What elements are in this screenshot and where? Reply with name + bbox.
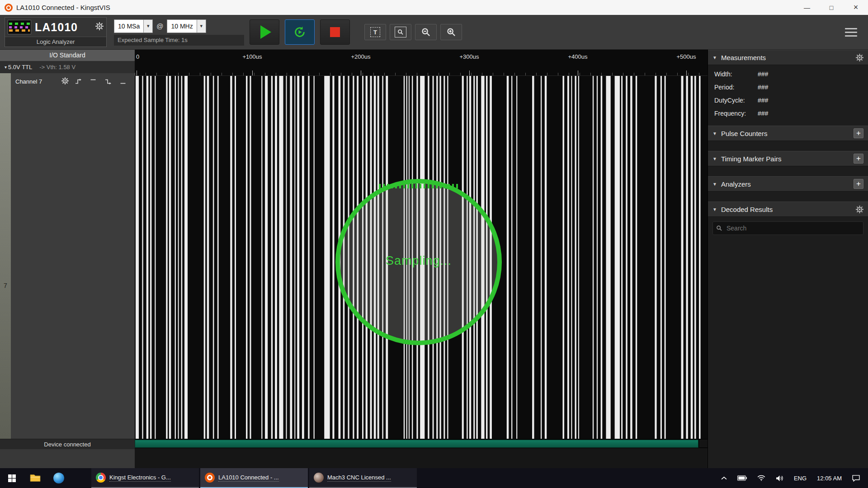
stop-icon [330, 27, 340, 37]
rising-edge-trigger-button[interactable] [73, 77, 84, 86]
device-settings-button[interactable] [95, 22, 104, 32]
zoom-out-button[interactable] [415, 24, 437, 40]
ruler-tick [686, 70, 687, 75]
action-center-icon[interactable] [852, 475, 860, 482]
panel-bottom-filler [0, 449, 135, 468]
section-spacer [708, 192, 868, 202]
device-badge[interactable]: LA1010 Logic Analyzer [5, 17, 107, 47]
ruler-tick [252, 70, 253, 75]
taskbar-button-kingst-site[interactable]: Kingst Electronics - G... [91, 468, 199, 488]
main-toolbar: LA1010 Logic Analyzer 10 MSa ▾ @ 10 MHz … [0, 15, 868, 50]
rising-edge-icon [75, 78, 82, 85]
minimize-button[interactable]: — [795, 0, 819, 15]
horizontal-scrollbar[interactable] [135, 439, 708, 448]
zoom-region-tool-button[interactable] [390, 24, 411, 40]
decoded-results-title: Decoded Results [721, 206, 773, 213]
falling-edge-icon [105, 78, 112, 85]
menu-button[interactable] [845, 28, 857, 37]
measurement-value: ### [758, 70, 768, 78]
waveform-view[interactable]: 0 +100us +200us +300us +400us +500us Sam… [135, 50, 708, 468]
scrollbar-endcap [699, 440, 708, 447]
device-subtitle: Logic Analyzer [5, 37, 106, 47]
pulse-counters-section-header[interactable]: ▼ Pulse Counters + [708, 126, 868, 141]
measurement-row: Width:### [714, 70, 868, 84]
time-ruler[interactable]: 0 +100us +200us +300us +400us +500us [135, 50, 708, 76]
add-timing-marker-pair-button[interactable]: + [854, 154, 863, 164]
volume-icon[interactable] [776, 475, 783, 482]
measurements-settings-button[interactable] [856, 54, 863, 61]
maximize-button[interactable]: □ [819, 0, 844, 15]
measurements-list: Width:### Period:### DutyCycle:### Frequ… [708, 65, 868, 126]
taskbar-button-mach3[interactable]: Mach3 CNC Licensed ... [309, 468, 417, 488]
pulse-counters-title: Pulse Counters [721, 130, 768, 137]
timing-marker-pairs-section-header[interactable]: ▼ Timing Marker Pairs + [708, 151, 868, 166]
sample-rate-select[interactable]: 10 MHz ▾ [167, 19, 206, 33]
voltage-threshold-row[interactable]: ▾ 5.0V TTL -> Vth: 1.58 V [0, 61, 135, 73]
ruler-minor-ticks [135, 73, 708, 75]
measurement-label: DutyCycle: [714, 97, 745, 104]
ruler-tick [137, 70, 137, 75]
loop-icon [293, 25, 307, 39]
chevron-down-icon: ▾ [197, 20, 206, 33]
play-icon [260, 25, 271, 39]
start-button[interactable] [0, 468, 24, 488]
measurement-label: Period: [714, 84, 734, 91]
section-spacer [708, 166, 868, 176]
zoom-in-button[interactable] [440, 24, 462, 40]
scrollbar-thumb[interactable] [135, 440, 698, 448]
channel-settings-button[interactable] [61, 77, 69, 86]
decoded-results-settings-button[interactable] [856, 206, 863, 213]
file-explorer-button[interactable] [24, 468, 47, 488]
channel-row[interactable]: Channel 7 [11, 75, 135, 88]
tray-overflow-chevron-icon[interactable] [721, 476, 727, 480]
browser-app-button[interactable] [47, 468, 71, 488]
ruler-label: +500us [676, 53, 696, 60]
low-level-trigger-button[interactable] [118, 77, 128, 86]
sampling-progress-ticks [379, 184, 458, 188]
measurement-value: ### [758, 97, 768, 104]
repeat-capture-button[interactable] [285, 19, 315, 45]
folder-icon [30, 474, 41, 483]
stop-button[interactable] [320, 19, 350, 45]
wifi-icon[interactable] [757, 475, 765, 481]
high-level-trigger-button[interactable] [88, 77, 99, 86]
collapse-arrow-icon: ▼ [712, 156, 717, 161]
taskbar-button-label: LA1010 Connected - ... [218, 474, 279, 482]
chevron-down-icon: ▾ [143, 20, 152, 33]
measurement-value: ### [758, 84, 768, 91]
analyzers-section-header[interactable]: ▼ Analyzers + [708, 176, 868, 192]
device-status-bar: Device connected [0, 439, 135, 449]
kingstvis-logo-icon [5, 4, 13, 12]
search-input[interactable] [712, 221, 863, 235]
channel-number: 7 [0, 282, 11, 289]
decoded-results-search-area [708, 217, 868, 239]
expected-sample-time: Expected Sample Time: 1s [114, 35, 244, 46]
battery-icon[interactable] [737, 475, 747, 481]
kingstvis-app-icon [205, 473, 215, 483]
language-indicator[interactable]: ENG [794, 475, 807, 482]
voltage-standard: 5.0V TTL [8, 64, 32, 70]
add-analyzer-button[interactable]: + [854, 179, 863, 189]
waveform-logo-icon [8, 20, 31, 34]
view-tools: T [364, 24, 462, 40]
ruler-tick [361, 70, 361, 75]
sampling-status-text: Sampling... [335, 254, 502, 268]
sample-settings-group: 10 MSa ▾ @ 10 MHz ▾ Expected Sample Time… [114, 19, 244, 46]
decoded-results-section-header[interactable]: ▼ Decoded Results [708, 202, 868, 217]
text-annotation-tool-button[interactable]: T [364, 24, 386, 40]
analyzers-title: Analyzers [721, 180, 751, 188]
sample-depth-select[interactable]: 10 MSa ▾ [114, 19, 153, 33]
start-button[interactable] [250, 19, 279, 45]
ruler-label: +100us [242, 53, 262, 60]
taskbar-button-kingstvis[interactable]: LA1010 Connected - ... [200, 468, 308, 488]
measurement-label: Frequency: [714, 110, 746, 117]
clock[interactable]: 12:05 AM [817, 475, 842, 482]
taskbar-button-label: Mach3 CNC Licensed ... [327, 474, 391, 482]
search-icon [716, 225, 722, 231]
low-level-icon [120, 78, 127, 85]
measurements-section-header[interactable]: ▼ Measurements [708, 50, 868, 65]
gear-icon [61, 77, 69, 84]
close-button[interactable]: × [844, 0, 868, 15]
add-pulse-counter-button[interactable]: + [854, 128, 863, 138]
falling-edge-trigger-button[interactable] [103, 77, 113, 86]
